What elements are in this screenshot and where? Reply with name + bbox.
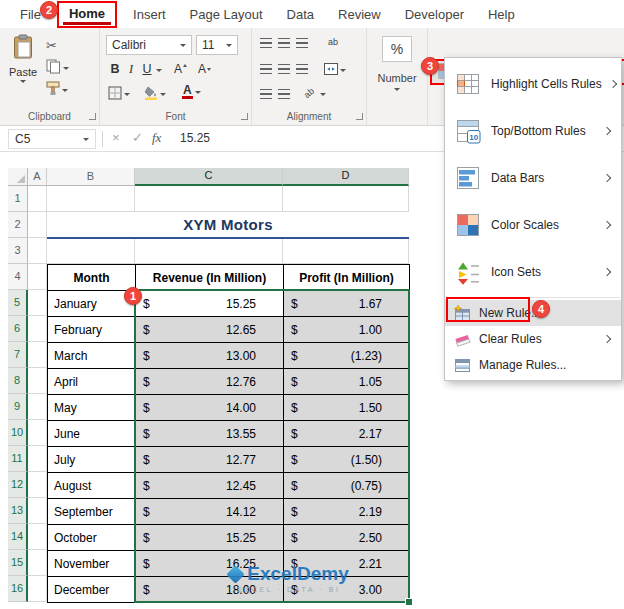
- menu-item-color-scales[interactable]: Color Scales: [445, 201, 621, 248]
- cell-C13[interactable]: $14.12: [136, 499, 284, 525]
- cell-C6[interactable]: $12.65: [136, 317, 284, 343]
- row-header-10[interactable]: 10: [8, 420, 28, 446]
- exceldemy-logo-icon: [227, 565, 245, 583]
- cell-B4[interactable]: Month: [48, 265, 136, 291]
- column-header-D[interactable]: D: [283, 168, 409, 186]
- row-header-1[interactable]: 1: [8, 186, 28, 212]
- currency-symbol: $: [143, 505, 150, 519]
- currency-symbol: $: [291, 323, 298, 337]
- currency-symbol: $: [291, 453, 298, 467]
- column-header-A[interactable]: A: [28, 168, 47, 186]
- row-header-6[interactable]: 6: [8, 316, 28, 342]
- cell-D12[interactable]: $(0.75): [284, 473, 410, 499]
- currency-symbol: $: [143, 531, 150, 545]
- fill-handle[interactable]: [405, 598, 413, 606]
- icon-sets-icon: [453, 257, 483, 287]
- cell-D8[interactable]: $1.05: [284, 369, 410, 395]
- row-header-5[interactable]: 5: [8, 290, 28, 316]
- cell-C4[interactable]: Revenue (In Million): [136, 265, 284, 291]
- cell-B15[interactable]: November: [48, 551, 136, 577]
- row-header-7[interactable]: 7: [8, 342, 28, 368]
- currency-symbol: $: [143, 557, 150, 571]
- manage-rules-icon: [453, 356, 471, 374]
- menu-item-label: Clear Rules: [479, 332, 596, 346]
- row-header-4[interactable]: 4: [8, 264, 28, 290]
- menu-item-icon-sets[interactable]: Icon Sets: [445, 248, 621, 295]
- menu-item-manage-rules[interactable]: Manage Rules...: [445, 352, 621, 378]
- cell-value: (0.75): [351, 479, 382, 493]
- cell-C14[interactable]: $15.25: [136, 525, 284, 551]
- cell-D7[interactable]: $(1.23): [284, 343, 410, 369]
- cell-D14[interactable]: $2.50: [284, 525, 410, 551]
- clear-rules-icon: [453, 330, 471, 348]
- worksheet-title-cell[interactable]: XYM Motors: [47, 212, 409, 237]
- new-rule-icon: [453, 304, 471, 322]
- row-header-2[interactable]: 2: [8, 212, 28, 238]
- cell-B9[interactable]: May: [48, 395, 136, 421]
- data-bars-icon: [453, 163, 483, 193]
- currency-symbol: $: [143, 427, 150, 441]
- currency-symbol: $: [143, 323, 150, 337]
- cell-C8[interactable]: $12.76: [136, 369, 284, 395]
- cell-B16[interactable]: December: [48, 577, 136, 603]
- row-header-13[interactable]: 13: [8, 498, 28, 524]
- highlight-cells-rules-icon: [453, 69, 483, 99]
- menu-item-label: Top/Bottom Rules: [491, 124, 596, 138]
- cell-B10[interactable]: June: [48, 421, 136, 447]
- step-badge-4: 4: [532, 300, 550, 318]
- cell-D4[interactable]: Profit (In Million): [284, 265, 410, 291]
- color-scales-icon: [453, 210, 483, 240]
- row-header-9[interactable]: 9: [8, 394, 28, 420]
- row-header-3[interactable]: 3: [8, 238, 28, 264]
- cell-B11[interactable]: July: [48, 447, 136, 473]
- menu-item-highlight-cells-rules[interactable]: Highlight Cells Rules: [445, 60, 621, 107]
- watermark-tagline: EXCEL · DATA · BI: [202, 586, 376, 593]
- row-header-11[interactable]: 11: [8, 446, 28, 472]
- cell-B12[interactable]: August: [48, 473, 136, 499]
- currency-symbol: $: [291, 349, 298, 363]
- cell-D10[interactable]: $2.17: [284, 421, 410, 447]
- submenu-chevron-icon: [603, 220, 611, 228]
- cell-C12[interactable]: $12.45: [136, 473, 284, 499]
- row-header-8[interactable]: 8: [8, 368, 28, 394]
- cell-B7[interactable]: March: [48, 343, 136, 369]
- currency-symbol: $: [143, 583, 150, 597]
- select-all-button[interactable]: [8, 168, 28, 186]
- row-header-16[interactable]: 16: [8, 576, 28, 602]
- cell-B6[interactable]: February: [48, 317, 136, 343]
- column-header-C[interactable]: C: [135, 168, 283, 186]
- title-underline: [47, 237, 409, 239]
- currency-symbol: $: [291, 375, 298, 389]
- cell-D9[interactable]: $1.50: [284, 395, 410, 421]
- cell-D6[interactable]: $1.00: [284, 317, 410, 343]
- cell-B5[interactable]: January: [48, 291, 136, 317]
- cell-C5[interactable]: $15.25: [136, 291, 284, 317]
- cell-D13[interactable]: $2.19: [284, 499, 410, 525]
- cell-C10[interactable]: $13.55: [136, 421, 284, 447]
- menu-item-data-bars[interactable]: Data Bars: [445, 154, 621, 201]
- cell-value: 1.05: [359, 375, 382, 389]
- cell-D11[interactable]: $(1.50): [284, 447, 410, 473]
- menu-item-clear-rules[interactable]: Clear Rules: [445, 326, 621, 352]
- menu-item-top-bottom-rules[interactable]: 10Top/Bottom Rules: [445, 107, 621, 154]
- cell-B13[interactable]: September: [48, 499, 136, 525]
- cell-C7[interactable]: $13.00: [136, 343, 284, 369]
- cell-D5[interactable]: $1.67: [284, 291, 410, 317]
- cell-B14[interactable]: October: [48, 525, 136, 551]
- cell-B8[interactable]: April: [48, 369, 136, 395]
- menu-item-label: Manage Rules...: [479, 358, 613, 372]
- cell-C9[interactable]: $14.00: [136, 395, 284, 421]
- cell-value: (1.50): [351, 453, 382, 467]
- step-badge-2: 2: [40, 1, 58, 19]
- column-header-B[interactable]: B: [47, 168, 135, 186]
- row-header-14[interactable]: 14: [8, 524, 28, 550]
- cell-value: 12.77: [226, 453, 256, 467]
- cell-value: 13.55: [226, 427, 256, 441]
- cell-C11[interactable]: $12.77: [136, 447, 284, 473]
- row-header-15[interactable]: 15: [8, 550, 28, 576]
- row-header-12[interactable]: 12: [8, 472, 28, 498]
- currency-symbol: $: [291, 427, 298, 441]
- cell-value: 15.25: [226, 297, 256, 311]
- step-badge-3: 3: [421, 57, 439, 75]
- cell-value: 12.45: [226, 479, 256, 493]
